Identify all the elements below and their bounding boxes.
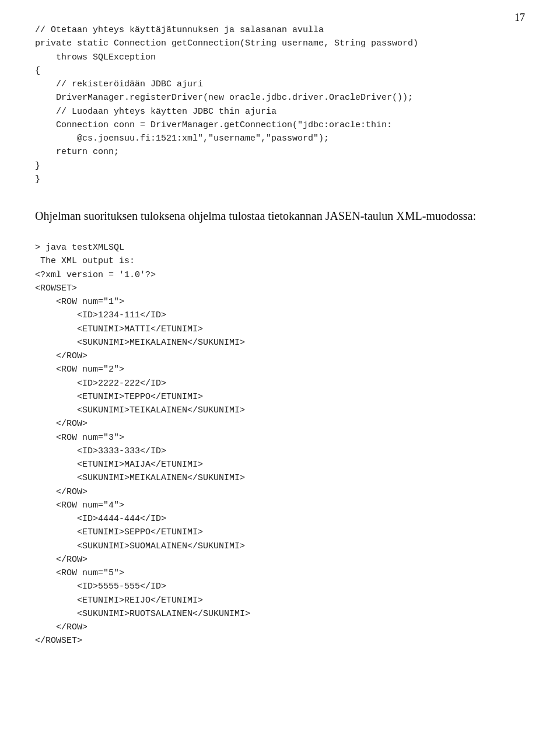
code-block-1: // Otetaan yhteys käyttäjätunnuksen ja s… bbox=[35, 23, 525, 186]
page-number: 17 bbox=[514, 12, 525, 24]
code-block-2: > java testXMLSQL The XML output is: <?x… bbox=[35, 241, 525, 648]
prose-paragraph: Ohjelman suorituksen tuloksena ohjelma t… bbox=[35, 207, 525, 225]
